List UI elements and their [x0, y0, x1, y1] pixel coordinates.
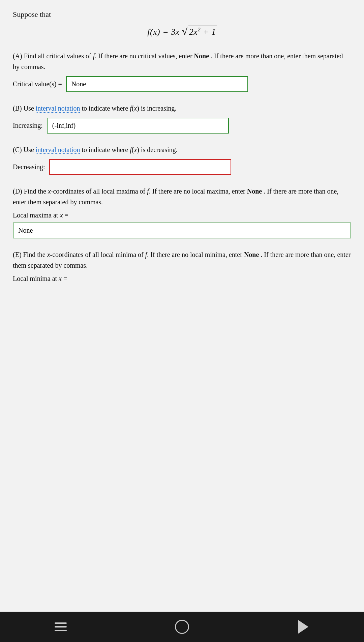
section-b-input-row: Increasing:	[13, 118, 351, 134]
critical-values-input[interactable]	[66, 76, 248, 92]
menu-button[interactable]	[47, 618, 74, 635]
local-maxima-input[interactable]	[13, 223, 351, 238]
home-icon	[175, 620, 189, 634]
section-a-label: Critical value(s) =	[13, 80, 62, 88]
main-content: Suppose that f(x) = 3x √ 2x2 + 1 (A) Fin…	[0, 0, 364, 642]
formula-display: f(x) = 3x √ 2x2 + 1	[13, 26, 351, 37]
sqrt-expression: √ 2x2 + 1	[182, 26, 217, 37]
menu-icon	[55, 622, 67, 631]
section-d-label: Local maxima at x =	[13, 211, 351, 219]
suppose-text-label: Suppose that	[13, 10, 51, 19]
section-e-text: (E) Find the x-coordinates of all local …	[13, 249, 351, 271]
increasing-input[interactable]	[47, 118, 229, 134]
formula-text: f(x) = 3x √ 2x2 + 1	[147, 27, 217, 37]
section-c: (C) Use interval notation to indicate wh…	[13, 144, 351, 175]
section-e: (E) Find the x-coordinates of all local …	[13, 249, 351, 283]
section-a: (A) Find all critical values of f. If th…	[13, 51, 351, 92]
section-b: (B) Use interval notation to indicate wh…	[13, 103, 351, 134]
section-b-label: Increasing:	[13, 122, 43, 129]
back-icon	[298, 620, 308, 634]
decreasing-input[interactable]	[49, 159, 231, 175]
back-button[interactable]	[290, 618, 317, 635]
section-b-text: (B) Use interval notation to indicate wh…	[13, 103, 351, 114]
section-c-text: (C) Use interval notation to indicate wh…	[13, 144, 351, 155]
sqrt-content: 2x2 + 1	[188, 26, 217, 37]
suppose-heading: Suppose that	[13, 10, 351, 19]
section-e-label: Local minima at x =	[13, 275, 351, 283]
section-c-label: Decreasing:	[13, 163, 45, 171]
home-button[interactable]	[169, 618, 195, 635]
navigation-bar	[0, 612, 364, 642]
sqrt-symbol: √	[182, 26, 188, 36]
section-d-text: (D) Find the x-coordinates of all local …	[13, 186, 351, 207]
interval-notation-link-b[interactable]: interval notation	[36, 105, 80, 113]
interval-notation-link-c[interactable]: interval notation	[36, 146, 80, 154]
section-d: (D) Find the x-coordinates of all local …	[13, 186, 351, 238]
section-c-input-row: Decreasing:	[13, 159, 351, 175]
section-a-input-row: Critical value(s) =	[13, 76, 351, 92]
section-a-text: (A) Find all critical values of f. If th…	[13, 51, 351, 72]
